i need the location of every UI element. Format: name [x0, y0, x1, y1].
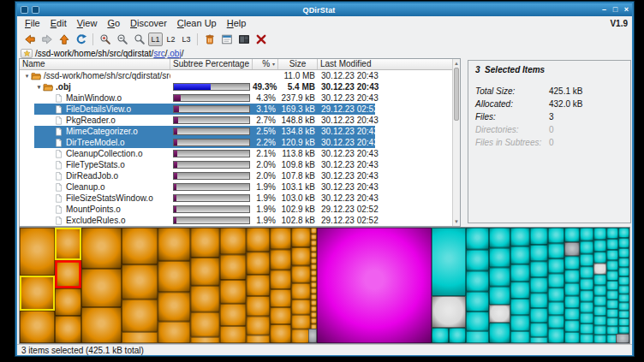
column-header-size[interactable]: Size	[278, 59, 318, 69]
percent-bar	[173, 150, 250, 157]
scroll-down-icon[interactable]: ▼	[453, 218, 460, 225]
vertical-scrollbar[interactable]: ▲ ▼	[452, 59, 460, 226]
path-link[interactable]: src	[153, 49, 164, 58]
status-bar: 3 items selected (425.1 kB total)	[17, 344, 632, 355]
file-details-button[interactable]	[218, 31, 235, 47]
column-header-name[interactable]: Name	[20, 59, 170, 69]
table-row[interactable]: MainWindow.o4.3%237.9 kB30.12.23 20:43	[20, 92, 460, 104]
file-icon	[54, 93, 63, 104]
item-percent: 1.9%	[253, 181, 278, 193]
path-link[interactable]: .obj	[168, 49, 182, 58]
toolbar: L1L2L3	[17, 30, 632, 48]
refresh-button[interactable]	[73, 31, 89, 47]
menu-file[interactable]: File	[20, 16, 45, 30]
table-row[interactable]: DirTreeModel.o2.2%120.9 kB30.12.23 20:43	[20, 137, 460, 148]
item-name: ExcludeRules.o	[66, 215, 125, 226]
stop-reading-button[interactable]	[253, 31, 269, 47]
file-icon	[54, 149, 63, 159]
search-button[interactable]	[131, 31, 147, 47]
desktop: QDirStat –□× FileEditViewGoDiscoverClean…	[0, 0, 644, 362]
menu-edit[interactable]: Edit	[45, 16, 72, 30]
file-icon	[54, 216, 63, 226]
main-area: Name Subtree Percentage % ▾ Size Last Mo…	[17, 58, 632, 227]
item-size: 107.8 kB	[278, 170, 318, 181]
up-icon	[58, 33, 70, 45]
menu-view[interactable]: View	[72, 16, 103, 30]
expander-icon[interactable]: ▾	[35, 81, 43, 92]
table-row[interactable]: ▾/ssd-work/home/sh/src/qdirstat/src11.0 …	[20, 70, 460, 81]
item-modified: 30.12.23 20:43	[318, 70, 452, 81]
table-row[interactable]: FileDetailsView.o3.1%169.3 kB29.12.23 02…	[20, 104, 460, 115]
table-row[interactable]: CleanupCollection.o2.1%113.8 kB30.12.23 …	[20, 148, 460, 159]
move-to-trash-button[interactable]	[201, 31, 218, 47]
table-row[interactable]: ▾.obj49.3%5.4 MB30.12.23 20:43	[20, 81, 460, 92]
treemap-level3-button[interactable]: L3	[179, 33, 194, 46]
item-name: MainWindow.o	[66, 92, 122, 104]
file-icon	[54, 182, 63, 193]
percent-bar-fill	[174, 151, 177, 157]
table-row[interactable]: MimeCategorizer.o2.5%134.8 kB30.12.23 20…	[20, 126, 460, 137]
menu-clean-up[interactable]: Clean Up	[172, 16, 222, 30]
details-label: Total Size:	[475, 85, 549, 98]
table-row[interactable]: MountPoints.o1.9%102.9 kB29.12.23 02:52	[20, 204, 460, 215]
treemap-canvas[interactable]	[20, 228, 629, 343]
status-text: 3 items selected (425.1 kB total)	[21, 346, 144, 355]
item-size: 102.8 kB	[278, 215, 318, 226]
details-label: Directories:	[475, 123, 549, 136]
forward-button[interactable]	[39, 31, 55, 47]
item-name: MimeCategorizer.o	[66, 126, 138, 137]
refresh-icon	[75, 33, 87, 45]
close-button[interactable]: ×	[621, 3, 632, 16]
menu-go[interactable]: Go	[102, 16, 125, 30]
menu-help[interactable]: Help	[222, 16, 252, 30]
minimize-button[interactable]: –	[599, 3, 610, 16]
file-icon	[54, 149, 63, 159]
treemap-toggle-button[interactable]	[236, 31, 252, 47]
table-row[interactable]: FileTypeStats.o2.0%109.8 kB30.12.23 20:4…	[20, 159, 460, 170]
table-row[interactable]: PkgReader.o2.7%148.8 kB30.12.23 20:43	[20, 115, 460, 126]
table-body: ▾/ssd-work/home/sh/src/qdirstat/src11.0 …	[20, 70, 460, 226]
treemap-level2-button[interactable]: L2	[164, 33, 178, 46]
percent-bar-fill	[174, 206, 176, 212]
item-modified: 29.12.23 02:52	[318, 204, 452, 215]
menu-items: FileEditViewGoDiscoverClean UpHelp	[20, 16, 251, 30]
scrollbar-thumb[interactable]	[454, 68, 459, 121]
table-row[interactable]: FileSizeStatsWindow.o1.9%103.0 kB30.12.2…	[20, 193, 460, 204]
file-icon	[54, 216, 63, 226]
column-header-percent[interactable]: % ▾	[253, 59, 278, 69]
title-bar[interactable]: QDirStat –□×	[17, 3, 632, 16]
column-header-subtree-percentage[interactable]: Subtree Percentage	[170, 59, 253, 69]
back-button[interactable]	[21, 31, 38, 47]
table-row[interactable]: Cleanup.o1.9%103.1 kB30.12.23 20:43	[20, 181, 460, 193]
forward-icon	[41, 33, 53, 45]
details-row: Total Size:425.1 kB	[475, 85, 623, 98]
item-name: CleanupCollection.o	[66, 148, 143, 159]
up-button[interactable]	[56, 31, 72, 47]
details-label: Files in Subtrees:	[475, 136, 549, 149]
item-size: 5.4 MB	[278, 81, 318, 92]
item-size: 237.9 kB	[278, 92, 318, 104]
details-row: Directories:0	[475, 123, 623, 136]
zoom-out-button[interactable]	[114, 31, 130, 47]
maximize-button[interactable]: □	[610, 3, 621, 16]
folder-icon	[43, 82, 53, 92]
details-row: Files in Subtrees:0	[475, 136, 623, 149]
table-row[interactable]: DirReadJob.o2.0%107.8 kB30.12.23 20:43	[20, 170, 460, 181]
treemap-level1-button[interactable]: L1	[148, 33, 163, 46]
percent-bar-fill	[174, 184, 176, 190]
table-row[interactable]: ExcludeRules.o1.9%102.8 kB29.12.23 02:52	[20, 215, 460, 226]
menu-discover[interactable]: Discover	[125, 16, 172, 30]
item-percent: 1.9%	[253, 215, 278, 226]
column-header-last-modified[interactable]: Last Modified	[318, 59, 460, 69]
item-percent: 1.9%	[253, 204, 278, 215]
item-modified: 30.12.23 20:43	[318, 137, 452, 148]
percent-bar	[173, 161, 250, 169]
zoom-in-button[interactable]	[97, 31, 113, 47]
bookmark-button[interactable]	[21, 49, 33, 58]
expander-icon[interactable]: ▾	[23, 70, 31, 81]
scroll-up-icon[interactable]: ▲	[453, 60, 460, 67]
window-menu-icon[interactable]	[32, 6, 39, 14]
toolbar-separator	[92, 33, 93, 45]
trash-icon	[204, 33, 216, 45]
app-icon	[21, 6, 28, 14]
